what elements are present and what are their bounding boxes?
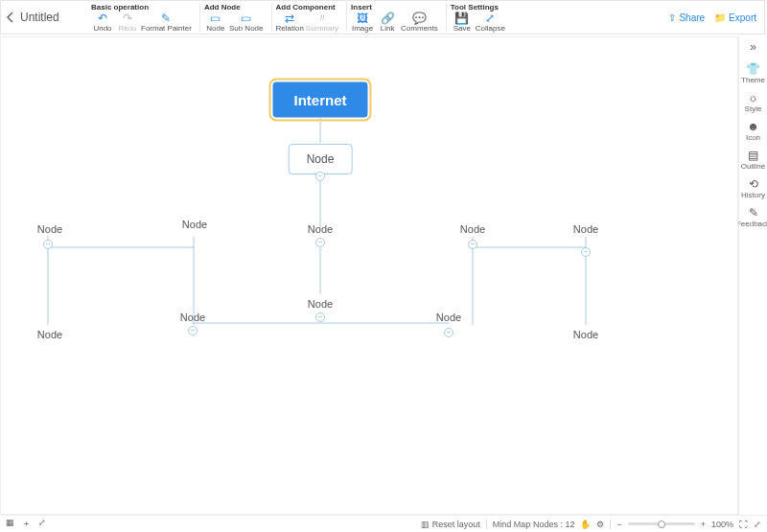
group-title: Basic operation xyxy=(91,3,192,12)
tree-node[interactable]: Node xyxy=(308,223,333,235)
root-node[interactable]: Internet xyxy=(272,82,367,118)
group-title: Insert xyxy=(351,3,438,12)
chevron-left-icon xyxy=(6,12,15,23)
collapse-handle[interactable]: − xyxy=(315,172,325,181)
document-title[interactable]: Untitled xyxy=(20,1,87,34)
panel-icon[interactable]: ☻ Icon xyxy=(740,118,767,144)
panel-outline[interactable]: ▤ Outline xyxy=(740,147,767,173)
summary-icon: 〃 xyxy=(316,12,328,24)
tree-node[interactable]: Node xyxy=(460,223,485,235)
outline-icon: ▤ xyxy=(748,149,758,162)
group-tool-settings: Tool Settings 💾 Save ⤢ Collapse xyxy=(446,3,509,32)
ribbon: Basic operation ↶ Undo ↷ Redo ✎ Format P… xyxy=(87,1,668,34)
collapse-handle[interactable]: − xyxy=(188,326,198,335)
collapse-button[interactable]: ⤢ Collapse xyxy=(476,12,505,33)
add-subnode-button[interactable]: ▭ Sub Node xyxy=(229,12,264,33)
panel-style[interactable]: ☼ Style xyxy=(740,89,767,115)
collapse-handle[interactable]: − xyxy=(315,238,325,247)
collapse-handle[interactable]: − xyxy=(468,240,477,249)
tree-node[interactable]: Node xyxy=(308,298,333,310)
undo-icon: ↶ xyxy=(98,12,107,24)
reset-layout-button[interactable]: ▥ Reset layout xyxy=(421,520,480,529)
fullscreen-icon[interactable]: ⤢ xyxy=(754,520,761,529)
tree-node[interactable]: Node xyxy=(37,223,62,235)
footer-gear-icon[interactable]: ⚙ xyxy=(596,520,604,529)
add-node-button[interactable]: ▭ Node xyxy=(204,12,227,33)
save-button[interactable]: 💾 Save xyxy=(451,12,474,33)
fit-screen-icon[interactable]: ⛶ xyxy=(739,520,748,529)
collapse-handle[interactable]: − xyxy=(581,247,591,257)
comments-icon: 💬 xyxy=(412,12,427,24)
image-icon: 🖼 xyxy=(357,12,368,24)
divider xyxy=(610,520,611,529)
footer-hand-icon[interactable]: ✋ xyxy=(580,520,591,529)
group-title: Add Component xyxy=(276,3,339,12)
tree-node[interactable]: Node xyxy=(573,223,598,235)
panel-collapse-button[interactable]: » xyxy=(750,38,756,58)
theme-icon: 👕 xyxy=(746,62,760,76)
tree-node[interactable]: Node xyxy=(180,312,205,323)
divider xyxy=(486,520,487,529)
group-title: Add Node xyxy=(204,3,264,12)
insert-image-button[interactable]: 🖼 Image xyxy=(351,12,374,33)
footer-add-icon[interactable]: ＋ xyxy=(22,518,31,530)
format-painter-icon: ✎ xyxy=(161,12,171,24)
boxed-node[interactable]: Node xyxy=(289,144,353,174)
style-icon: ☼ xyxy=(748,91,758,104)
zoom-slider-knob[interactable] xyxy=(658,520,665,528)
zoom-level: 100% xyxy=(711,520,733,529)
tree-node[interactable]: Node xyxy=(37,329,62,340)
insert-link-button[interactable]: 🔗 Link xyxy=(376,12,399,33)
chevron-right-double-icon: » xyxy=(750,40,756,54)
subnode-icon: ▭ xyxy=(241,12,251,24)
undo-button[interactable]: ↶ Undo xyxy=(91,12,114,33)
collapse-handle[interactable]: − xyxy=(43,240,53,249)
format-painter-button[interactable]: ✎ Format Painter xyxy=(141,12,192,33)
group-basic-operation: Basic operation ↶ Undo ↷ Redo ✎ Format P… xyxy=(87,3,196,32)
collapse-icon: ⤢ xyxy=(485,12,495,24)
summary-button[interactable]: 〃 Summary xyxy=(306,12,338,33)
tree-node[interactable]: Node xyxy=(573,329,598,340)
header-right: ⇪ Share 📁 Export xyxy=(668,1,764,34)
redo-button[interactable]: ↷ Redo xyxy=(116,12,139,33)
smiley-icon: ☻ xyxy=(747,120,759,133)
panel-history[interactable]: ⟲ History xyxy=(740,175,767,201)
zoom-out-button[interactable]: − xyxy=(616,520,621,529)
group-title: Tool Settings xyxy=(451,3,505,12)
layout-icon: ▥ xyxy=(421,520,430,529)
group-insert: Insert 🖼 Image 🔗 Link 💬 Comments xyxy=(346,3,442,32)
feedback-icon: ✎ xyxy=(749,206,758,220)
group-add-node: Add Node ▭ Node ▭ Sub Node xyxy=(199,3,267,32)
panel-theme[interactable]: 👕 Theme xyxy=(740,60,767,86)
footer-grid-icon[interactable]: ▦ xyxy=(6,518,14,530)
right-panel: » 👕 Theme ☼ Style ☻ Icon ▤ Outline ⟲ His… xyxy=(738,36,767,515)
tree-node[interactable]: Node xyxy=(182,219,207,230)
tree-node[interactable]: Node xyxy=(436,312,461,323)
canvas[interactable]: Internet Node − Node − Node − Node Node … xyxy=(0,36,738,515)
node-icon: ▭ xyxy=(210,12,221,24)
panel-feedback[interactable]: ✎ Feedback xyxy=(740,204,767,230)
header: Untitled Basic operation ↶ Undo ↷ Redo ✎… xyxy=(0,0,765,35)
footer-expand-icon[interactable]: ⤢ xyxy=(38,518,46,530)
zoom-slider[interactable] xyxy=(628,522,695,525)
history-icon: ⟲ xyxy=(749,177,758,191)
export-icon: 📁 xyxy=(714,12,726,23)
export-button[interactable]: 📁 Export xyxy=(714,12,756,23)
back-button[interactable] xyxy=(1,1,20,34)
save-icon: 💾 xyxy=(454,12,469,24)
footer: ▦ ＋ ⤢ ▥ Reset layout Mind Map Nodes : 12… xyxy=(0,515,767,532)
zoom-in-button[interactable]: + xyxy=(701,520,706,529)
node-count: Mind Map Nodes : 12 xyxy=(493,520,575,529)
redo-icon: ↷ xyxy=(123,12,132,24)
group-add-component: Add Component ⇄ Relation 〃 Summary xyxy=(271,3,343,32)
collapse-handle[interactable]: − xyxy=(444,328,453,337)
relation-button[interactable]: ⇄ Relation xyxy=(276,12,304,33)
share-icon: ⇪ xyxy=(668,12,676,23)
connectors xyxy=(1,37,738,515)
collapse-handle[interactable]: − xyxy=(315,312,325,322)
share-button[interactable]: ⇪ Share xyxy=(668,12,705,23)
insert-comments-button[interactable]: 💬 Comments xyxy=(401,12,438,33)
relation-icon: ⇄ xyxy=(285,12,294,24)
link-icon: 🔗 xyxy=(381,12,395,24)
